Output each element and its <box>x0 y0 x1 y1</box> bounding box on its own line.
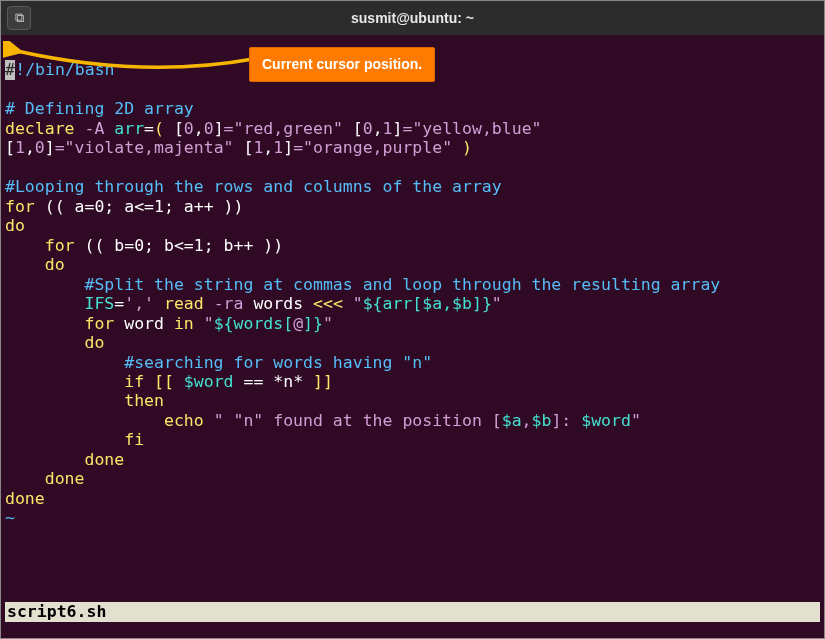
var: $word <box>184 372 234 391</box>
comma: , <box>25 138 35 157</box>
indent <box>5 236 45 255</box>
quote: " <box>204 314 214 333</box>
string: , <box>522 411 532 430</box>
callout-text: Current cursor position. <box>262 56 422 72</box>
indent <box>5 372 124 391</box>
heredoc: <<< <box>303 294 353 313</box>
window-titlebar: ⧉ susmit@ubuntu: ~ <box>1 1 824 35</box>
bracket: [ <box>243 138 253 157</box>
annotation-callout: Current cursor position. <box>249 47 435 82</box>
string: " "n" found at the position [ <box>204 411 502 430</box>
kw-do: do <box>5 216 25 235</box>
string: ',' <box>124 294 154 313</box>
code-comment: # Defining 2D array <box>5 99 194 118</box>
var: word <box>114 314 174 333</box>
bracket: [ <box>353 119 363 138</box>
kw-fi: fi <box>124 430 144 449</box>
vim-tilde: ~ <box>5 508 15 527</box>
num: 1 <box>253 138 263 157</box>
op: = <box>114 294 124 313</box>
kw-for: for <box>84 314 114 333</box>
expansion: ${arr[$a,$b]} <box>363 294 492 313</box>
num: 0 <box>204 119 214 138</box>
cursor: # <box>5 60 15 79</box>
num: 1 <box>15 138 25 157</box>
kw-done: done <box>84 450 124 469</box>
quote: " <box>323 314 333 333</box>
filename: script6.sh <box>7 602 106 621</box>
string: ]: <box>551 411 581 430</box>
quote: " <box>353 294 363 313</box>
kw-done: done <box>45 469 85 488</box>
kw-then: then <box>124 391 164 410</box>
kw-do: do <box>5 333 104 352</box>
window-title: susmit@ubuntu: ~ <box>351 10 474 27</box>
code-line: !/bin/bash <box>15 60 114 79</box>
expansion: ]} <box>303 314 323 333</box>
indent <box>5 294 84 313</box>
code-comment: #Split the string at commas and loop thr… <box>84 275 720 294</box>
bracket: ] <box>283 138 293 157</box>
paren: ( <box>154 119 174 138</box>
num: 0 <box>363 119 373 138</box>
flag: -ra <box>204 294 254 313</box>
code-comment: #Looping through the rows and columns of… <box>5 177 502 196</box>
sp <box>154 294 164 313</box>
kw-if: if <box>124 372 144 391</box>
indent <box>5 450 84 469</box>
var: words <box>253 294 303 313</box>
var: IFS <box>84 294 114 313</box>
quote: " <box>492 294 502 313</box>
kw-for: for <box>5 197 35 216</box>
kw-in: in <box>174 314 194 333</box>
comma: , <box>373 119 383 138</box>
vim-editor-area[interactable]: #!/bin/bash # Defining 2D array declare … <box>1 35 824 528</box>
quote: " <box>631 411 641 430</box>
var: $b <box>532 411 552 430</box>
for-cond: (( a=0; a<=1; a++ )) <box>35 197 244 216</box>
indent <box>5 275 84 294</box>
pattern: *n* <box>273 372 303 391</box>
var: $a <box>502 411 522 430</box>
num: 0 <box>184 119 194 138</box>
op: == <box>234 372 274 391</box>
num: 1 <box>383 119 393 138</box>
string: ="orange,purple" <box>293 138 452 157</box>
num: 0 <box>35 138 45 157</box>
kw-for: for <box>45 236 75 255</box>
code-comment: #searching for words having "n" <box>124 353 432 372</box>
indent <box>5 353 124 372</box>
indent <box>5 314 84 333</box>
bracket: [[ <box>144 372 184 391</box>
string: ="red,green" <box>224 119 343 138</box>
kw-done: done <box>5 489 45 508</box>
var: arr <box>114 119 144 138</box>
comma: , <box>194 119 204 138</box>
indent <box>5 391 124 410</box>
indent <box>5 430 124 449</box>
bracket: ] <box>393 119 403 138</box>
vim-statusbar: script6.sh <box>5 602 820 622</box>
kw-do: do <box>5 255 65 274</box>
kw-read: read <box>164 294 204 313</box>
string: ="violate,majenta" <box>55 138 234 157</box>
comma: , <box>263 138 273 157</box>
bracket: [ <box>174 119 184 138</box>
op: = <box>144 119 154 138</box>
indent <box>5 411 164 430</box>
kw-echo: echo <box>164 411 204 430</box>
string: ="yellow,blue" <box>402 119 541 138</box>
paren: ) <box>452 138 472 157</box>
flag: -A <box>75 119 115 138</box>
bracket: [ <box>5 138 15 157</box>
indent <box>5 469 45 488</box>
sp <box>194 314 204 333</box>
sp <box>234 138 244 157</box>
for-cond: (( b=0; b<=1; b++ )) <box>75 236 284 255</box>
var: $word <box>581 411 631 430</box>
sp <box>343 119 353 138</box>
at: @ <box>293 314 303 333</box>
expansion: ${words[ <box>214 314 293 333</box>
bracket: ] <box>45 138 55 157</box>
new-tab-icon[interactable]: ⧉ <box>7 6 31 30</box>
